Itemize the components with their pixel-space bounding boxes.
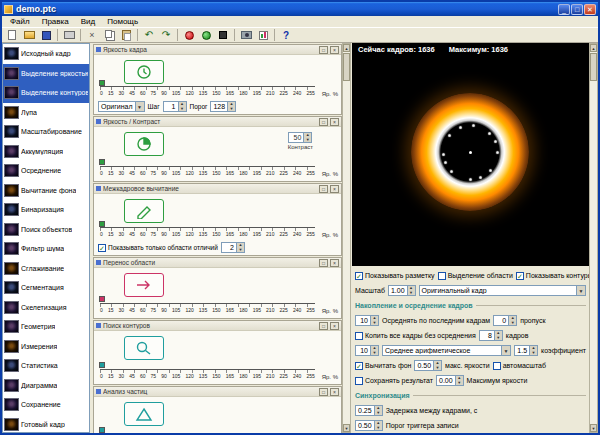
- print-button[interactable]: [61, 28, 77, 42]
- keep-all-checkbox[interactable]: Копить все кадры без осреднения: [355, 332, 476, 340]
- threshold-spinner[interactable]: 128 ▲▼: [210, 101, 236, 112]
- method-select[interactable]: Среднее арифметическое ▼: [382, 345, 511, 356]
- menu-item[interactable]: Вид: [75, 17, 101, 26]
- cut-button[interactable]: ×: [84, 28, 100, 42]
- pipeline-step-item[interactable]: Готовый кадр: [3, 415, 89, 434]
- spinner-arrows[interactable]: ▲▼: [374, 406, 382, 415]
- pipeline-step-item[interactable]: Выделение яркостью: [3, 64, 89, 84]
- card-maximize-icon[interactable]: □: [319, 118, 328, 126]
- show-contours-checkbox[interactable]: ✓ Показывать контуры: [516, 272, 593, 280]
- spinner-arrows[interactable]: ▲▼: [227, 102, 235, 111]
- checkbox[interactable]: ✓: [355, 272, 363, 280]
- card-close-icon[interactable]: ×: [330, 322, 339, 330]
- spinner-arrows[interactable]: ▲▼: [374, 421, 382, 430]
- close-button[interactable]: ✕: [584, 4, 596, 15]
- pipeline-step-item[interactable]: Измерения: [3, 337, 89, 357]
- trigger-spinner[interactable]: 0.50 ▲▼: [355, 420, 383, 431]
- dropdown-arrow-icon[interactable]: ▼: [501, 346, 510, 355]
- new-file-button[interactable]: [4, 28, 20, 42]
- checkbox[interactable]: [355, 332, 363, 340]
- dropdown-arrow-icon[interactable]: ▼: [135, 102, 144, 111]
- step-spinner[interactable]: 1 ▲▼: [163, 101, 187, 112]
- skip-spinner[interactable]: 0 ▲▼: [493, 315, 517, 326]
- spinner-arrows[interactable]: ▲▼: [407, 286, 415, 295]
- pipeline-step-item[interactable]: Вычитание фона: [3, 181, 89, 201]
- coef-spinner[interactable]: 1.5 ▲▼: [514, 345, 538, 356]
- redo-button[interactable]: ↷: [158, 28, 174, 42]
- pipeline-step-item[interactable]: Фильтр шума: [3, 239, 89, 259]
- diff-spinner[interactable]: 2 ▲▼: [221, 242, 245, 253]
- card-header[interactable]: Яркость кадра □ ×: [94, 45, 341, 55]
- pipeline-step-item[interactable]: Осреднение: [3, 161, 89, 181]
- checkbox[interactable]: ✓: [516, 272, 524, 280]
- card-header[interactable]: Перенос области □ ×: [94, 258, 341, 268]
- pipeline-step-item[interactable]: Сегментация: [3, 278, 89, 298]
- diff-only-checkbox[interactable]: ✓ Показывать только области отличий: [98, 244, 218, 252]
- card-maximize-icon[interactable]: □: [319, 388, 328, 396]
- pipeline-step-item[interactable]: Поиск объектов: [3, 220, 89, 240]
- scroll-down-icon[interactable]: ▼: [590, 424, 597, 432]
- card-maximize-icon[interactable]: □: [319, 322, 328, 330]
- pipeline-step-item[interactable]: Выделение контуров: [3, 83, 89, 103]
- filters-scrollbar[interactable]: ▲ ▼: [342, 43, 351, 433]
- view-mode-select[interactable]: Оригинальный кадр ▼: [419, 285, 586, 296]
- card-maximize-icon[interactable]: □: [319, 185, 328, 193]
- menu-item[interactable]: Помощь: [101, 17, 144, 26]
- spinner-arrows[interactable]: ▲▼: [433, 361, 441, 370]
- card-header[interactable]: Яркость / Контраст □ ×: [94, 117, 341, 127]
- scroll-up-icon[interactable]: ▲: [590, 44, 597, 52]
- pipeline-step-item[interactable]: Исходный кадр: [3, 44, 89, 64]
- pipeline-step-item[interactable]: Геометрия: [3, 317, 89, 337]
- scroll-up-icon[interactable]: ▲: [343, 44, 350, 52]
- method-n-spinner[interactable]: 10 ▲▼: [355, 345, 379, 356]
- card-maximize-icon[interactable]: □: [319, 46, 328, 54]
- chart-button[interactable]: [255, 28, 271, 42]
- scrollbar-thumb[interactable]: [590, 53, 597, 81]
- card-maximize-icon[interactable]: □: [319, 259, 328, 267]
- spinner-arrows[interactable]: ▲▼: [508, 316, 516, 325]
- menu-item[interactable]: Файл: [4, 17, 36, 26]
- spinner-arrows[interactable]: ▲▼: [455, 376, 463, 385]
- scale-spinner[interactable]: 1.00 ▲▼: [388, 285, 416, 296]
- pipeline-step-item[interactable]: Аккумуляция: [3, 142, 89, 162]
- checkbox[interactable]: [493, 362, 501, 370]
- spinner-arrows[interactable]: ▲▼: [529, 346, 537, 355]
- contrast-spinner[interactable]: 50 ▲▼: [288, 132, 312, 143]
- camera-button[interactable]: [238, 28, 254, 42]
- card-close-icon[interactable]: ×: [330, 46, 339, 54]
- bg-max-spinner[interactable]: 0.50 ▲▼: [414, 360, 442, 371]
- pipeline-step-item[interactable]: Бинаризация: [3, 200, 89, 220]
- checkbox[interactable]: ✓: [355, 362, 363, 370]
- spinner-arrows[interactable]: ▲▼: [236, 243, 244, 252]
- panel-scrollbar[interactable]: ▲ ▼: [589, 43, 598, 433]
- copy-button[interactable]: [101, 28, 117, 42]
- save-max-spinner[interactable]: 0.00 ▲▼: [436, 375, 464, 386]
- show-markup-checkbox[interactable]: ✓ Показывать разметку: [355, 272, 435, 280]
- card-close-icon[interactable]: ×: [330, 259, 339, 267]
- avg-frames-spinner[interactable]: 10 ▲▼: [355, 315, 379, 326]
- pipeline-step-item[interactable]: Статистика: [3, 356, 89, 376]
- record-button[interactable]: [181, 28, 197, 42]
- minimize-button[interactable]: _: [558, 4, 570, 15]
- scrollbar-thumb[interactable]: [343, 53, 350, 81]
- subtract-bg-checkbox[interactable]: ✓ Вычитать фон: [355, 362, 411, 370]
- pipeline-step-item[interactable]: Сохранение: [3, 395, 89, 415]
- open-button[interactable]: [21, 28, 37, 42]
- source-select[interactable]: Оригинал ▼: [98, 101, 145, 112]
- delay-spinner[interactable]: 0.25 ▲▼: [355, 405, 383, 416]
- scroll-down-icon[interactable]: ▼: [343, 424, 350, 432]
- pipeline-step-item[interactable]: Лупа: [3, 103, 89, 123]
- stop-button[interactable]: [215, 28, 231, 42]
- titlebar[interactable]: demo.ptc _ □ ✕: [2, 2, 598, 16]
- menu-item[interactable]: Правка: [36, 17, 75, 26]
- select-area-checkbox[interactable]: Выделение области: [438, 272, 513, 280]
- card-header[interactable]: Анализ частиц □ ×: [94, 387, 341, 397]
- card-close-icon[interactable]: ×: [330, 185, 339, 193]
- paste-button[interactable]: [118, 28, 134, 42]
- pipeline-step-item[interactable]: Диаграмма: [3, 376, 89, 396]
- card-close-icon[interactable]: ×: [330, 118, 339, 126]
- card-close-icon[interactable]: ×: [330, 388, 339, 396]
- autoscale-checkbox[interactable]: автомасштаб: [493, 362, 546, 370]
- help-button[interactable]: ?: [278, 28, 294, 42]
- card-header[interactable]: Поиск контуров □ ×: [94, 321, 341, 331]
